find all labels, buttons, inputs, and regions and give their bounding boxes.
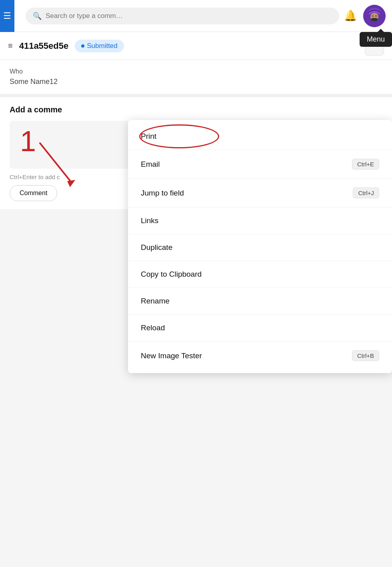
menu-item-email[interactable]: Email Ctrl+E bbox=[128, 150, 392, 179]
menu-item-print[interactable]: Print bbox=[128, 123, 392, 150]
svg-rect-5 bbox=[371, 18, 378, 21]
hamburger-icon: ☰ bbox=[3, 11, 11, 21]
menu-tooltip: Menu bbox=[360, 32, 392, 47]
context-menu: Print Email Ctrl+E Jump to field Ctrl+J … bbox=[128, 120, 392, 373]
sidebar-toggle-icon[interactable]: ≡ bbox=[8, 41, 13, 50]
menu-item-email-shortcut: Ctrl+E bbox=[352, 159, 379, 170]
who-label: Who bbox=[10, 68, 98, 75]
record-id: 411a55ed5e bbox=[19, 41, 69, 51]
comment-section-title: Add a comme bbox=[10, 105, 382, 114]
menu-item-duplicate-label: Duplicate bbox=[141, 243, 172, 252]
status-badge[interactable]: Submitted bbox=[75, 40, 124, 52]
search-input[interactable] bbox=[46, 12, 332, 20]
status-label: Submitted bbox=[87, 42, 118, 50]
menu-item-duplicate[interactable]: Duplicate bbox=[128, 234, 392, 261]
menu-item-email-label: Email bbox=[141, 160, 160, 169]
svg-point-4 bbox=[376, 15, 377, 16]
who-section: Who Some Name12 bbox=[0, 60, 392, 97]
menu-item-links-label: Links bbox=[141, 216, 158, 225]
search-icon: 🔍 bbox=[33, 12, 42, 20]
avatar-image bbox=[363, 5, 386, 27]
bell-icon[interactable]: 🔔 bbox=[344, 10, 357, 22]
menu-item-reload-label: Reload bbox=[141, 323, 165, 332]
menu-item-new-image-tester[interactable]: New Image Tester Ctrl+B bbox=[128, 341, 392, 370]
menu-item-print-label: Print bbox=[141, 132, 156, 141]
main-content: 1 Who Some Name12 Add a comme Ctrl+Enter… bbox=[0, 60, 392, 209]
comment-button[interactable]: Comment bbox=[10, 185, 57, 201]
menu-item-jump-label: Jump to field bbox=[141, 189, 184, 198]
search-bar[interactable]: 🔍 bbox=[26, 8, 339, 24]
menu-item-reload[interactable]: Reload bbox=[128, 315, 392, 341]
who-value: Some Name12 bbox=[10, 78, 98, 86]
svg-point-3 bbox=[372, 15, 374, 16]
menu-toggle-button[interactable]: ☰ bbox=[0, 0, 14, 32]
menu-item-rename-label: Rename bbox=[141, 297, 170, 305]
avatar[interactable] bbox=[363, 5, 386, 27]
header-right: 🔔 bbox=[344, 5, 386, 27]
menu-item-new-image-tester-shortcut: Ctrl+B bbox=[352, 350, 379, 361]
menu-item-jump-shortcut: Ctrl+J bbox=[353, 188, 379, 198]
menu-item-jump-to-field[interactable]: Jump to field Ctrl+J bbox=[128, 179, 392, 208]
app-header: ☰ 🔍 🔔 bbox=[0, 0, 392, 32]
menu-item-copy-to-clipboard[interactable]: Copy to Clipboard bbox=[128, 261, 392, 288]
menu-item-rename[interactable]: Rename bbox=[128, 288, 392, 315]
menu-item-links[interactable]: Links bbox=[128, 208, 392, 234]
menu-item-copy-label: Copy to Clipboard bbox=[141, 270, 202, 279]
menu-item-new-image-tester-label: New Image Tester bbox=[141, 351, 202, 360]
page-header: ≡ 411a55ed5e Submitted ··· bbox=[0, 32, 392, 60]
status-dot bbox=[81, 44, 84, 48]
annotation-wrapper: Who Some Name12 bbox=[10, 68, 382, 86]
